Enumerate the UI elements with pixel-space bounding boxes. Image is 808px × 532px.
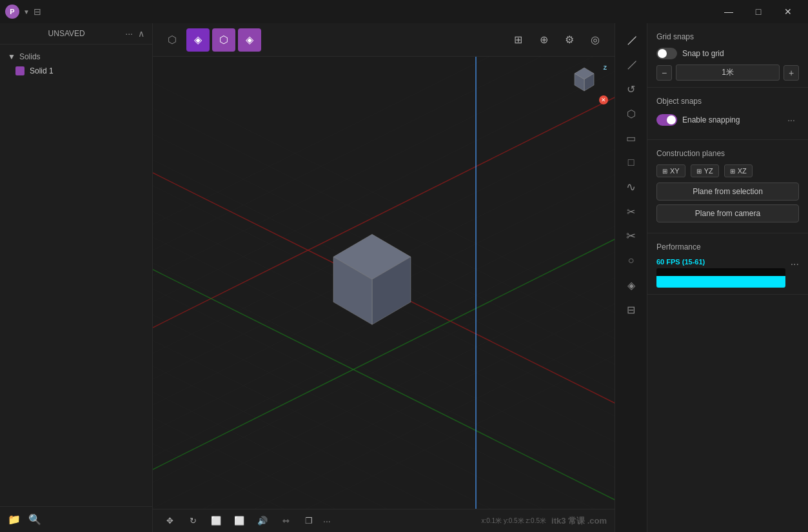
measure-btn[interactable]: ⇿ — [277, 512, 295, 530]
left-panel-header: UNSAVED ··· ∧ — [0, 23, 152, 44]
transform-tool-btn[interactable]: ◈ — [238, 28, 261, 52]
pan-tool-btn[interactable]: ✥ — [161, 512, 179, 530]
push-tool-btn[interactable]: □ — [620, 151, 643, 174]
bottom-bar: ✥ ↻ ⬜ ⬜ 🔊 ⇿ ❐ ··· x:0.1米 y:0.5米 z:0.5米 i… — [153, 509, 615, 532]
grid-decrement-btn[interactable]: − — [656, 65, 672, 81]
view-cube[interactable]: Z ✕ — [568, 64, 607, 103]
cp-yz-icon: ⊞ — [696, 168, 702, 175]
performance-section: Performance 60 FPS (15-61) ··· — [647, 233, 808, 295]
modify-tool-btn[interactable]: ⬡ — [212, 28, 235, 52]
left-panel: UNSAVED ··· ∧ ▼ Solids Solid 1 📁 🔍 — [0, 23, 153, 532]
copy-btn[interactable]: ❐ — [300, 512, 318, 530]
enable-snapping-label: Enable snapping — [682, 115, 740, 124]
folder-icon[interactable]: 📁 — [8, 513, 21, 526]
hex-tool-btn[interactable]: ⬡ — [620, 102, 643, 125]
bottom-more-btn[interactable]: ··· — [323, 516, 331, 526]
performance-title: Performance — [656, 242, 799, 251]
cp-yz-label: YZ — [704, 167, 713, 175]
grid-snaps-title: Grid snaps — [656, 32, 799, 41]
move-btn[interactable]: ⬜ — [230, 512, 248, 530]
perf-graph-container: 60 FPS (15-61) — [656, 258, 785, 288]
grid-step-value: 1米 — [676, 64, 780, 81]
zoom-icon[interactable]: 🔍 — [28, 513, 41, 526]
object-snaps-section: Object snaps Enable snapping ··· — [647, 88, 808, 140]
perf-row: 60 FPS (15-61) ··· — [656, 258, 799, 288]
title-bar-controls: — □ ✕ — [714, 0, 803, 23]
collapse-solids-icon: ▼ — [8, 52, 15, 61]
audio-btn[interactable]: 🔊 — [253, 512, 271, 530]
spline-tool-btn[interactable]: ∿ — [620, 175, 643, 199]
z-axis-label: Z — [604, 64, 607, 71]
solids-header[interactable]: ▼ Solids — [0, 50, 152, 64]
snap-to-grid-toggle[interactable] — [656, 48, 677, 59]
shape-tool-btn[interactable]: ⬡ — [161, 28, 184, 52]
object-snaps-more-btn[interactable]: ··· — [783, 112, 799, 128]
layers-tool-btn[interactable]: ⊟ — [620, 298, 643, 321]
minimize-button[interactable]: — — [714, 0, 744, 23]
cube-3d — [314, 221, 430, 340]
unsaved-label: UNSAVED — [8, 29, 125, 38]
panel-header-actions: ··· ∧ — [125, 28, 144, 39]
title-bar-left: P ▼ ⊟ — [5, 5, 41, 19]
enable-snapping-toggle[interactable] — [656, 114, 677, 126]
solid-1-item[interactable]: Solid 1 — [0, 64, 152, 78]
close-view-cube-btn[interactable]: ✕ — [599, 95, 608, 104]
dropdown-arrow[interactable]: ▼ — [23, 8, 30, 15]
grid-snaps-section: Grid snaps Snap to grid − 1米 + — [647, 23, 808, 88]
fps-label: 60 FPS (15-61) — [656, 258, 785, 266]
snap-to-grid-row: Snap to grid — [656, 48, 799, 59]
object-snaps-title: Object snaps — [656, 97, 799, 106]
viewport-canvas[interactable]: Z ✕ — [153, 57, 615, 509]
top-toolbar: ⬡ ◈ ⬡ ◈ ⊞ ⊕ ⚙ ◎ — [153, 23, 615, 57]
viewport-container: ⬡ ◈ ⬡ ◈ ⊞ ⊕ ⚙ ◎ — [153, 23, 615, 532]
cut-tool-btn[interactable]: ✂ — [620, 200, 643, 223]
grid-toggle-btn[interactable]: ⊞ — [506, 28, 529, 52]
close-button[interactable]: ✕ — [773, 0, 803, 23]
perf-more-btn[interactable]: ··· — [791, 259, 799, 270]
perf-graph — [656, 268, 785, 288]
watermark-label: itk3 常课 .com — [551, 515, 607, 527]
grid-step-row: − 1米 + — [656, 64, 799, 81]
right-toolbar: — — ↺ ⬡ ▭ □ ∿ ✂ ✂ ○ ◈ ⊟ — [615, 23, 647, 532]
snap-toggle-btn[interactable]: ⊕ — [532, 28, 555, 52]
solids-label: Solids — [19, 52, 41, 61]
view-cube-svg — [568, 64, 600, 97]
circle-tool-btn[interactable]: ○ — [620, 249, 643, 272]
maximize-button[interactable]: □ — [744, 0, 773, 23]
panel-toggle[interactable]: ⊟ — [34, 6, 41, 17]
grid-increment-btn[interactable]: + — [783, 65, 799, 81]
construction-planes-section: Construction planes ⊞ XY ⊞ YZ ⊞ XZ P — [647, 140, 808, 233]
cp-xz-label: XZ — [738, 167, 747, 175]
sphere-tool-btn[interactable]: ◈ — [620, 273, 643, 297]
collapse-button[interactable]: ∧ — [138, 28, 144, 39]
solids-section: ▼ Solids Solid 1 — [0, 44, 152, 83]
settings-btn[interactable]: ⚙ — [558, 28, 581, 52]
cp-yz-btn[interactable]: ⊞ YZ — [691, 164, 719, 177]
cp-xy-btn[interactable]: ⊞ XY — [656, 164, 685, 177]
more-button[interactable]: ··· — [125, 28, 133, 39]
select-rect-btn[interactable]: ⬜ — [207, 512, 225, 530]
viewport-and-right: ⬡ ◈ ⬡ ◈ ⊞ ⊕ ⚙ ◎ — [153, 23, 808, 532]
rotate-tool-btn[interactable]: ↺ — [620, 77, 643, 101]
create-tool-btn[interactable]: ◈ — [186, 28, 210, 52]
plane-from-selection-btn[interactable]: Plane from selection — [656, 182, 799, 201]
cp-xz-btn[interactable]: ⊞ XZ — [724, 164, 753, 177]
construction-planes-title: Construction planes — [656, 149, 799, 158]
left-panel-footer: 📁 🔍 — [0, 506, 152, 532]
arc-tool-btn[interactable]: — — [615, 48, 647, 81]
app-icon: P — [5, 5, 19, 19]
redo-btn[interactable]: ↻ — [184, 512, 202, 530]
help-btn[interactable]: ◎ — [584, 28, 607, 52]
title-bar: P ▼ ⊟ — □ ✕ — [0, 0, 808, 23]
enable-snapping-text: Enable snapping — [682, 115, 740, 124]
trim-tool-btn[interactable]: ✂ — [620, 224, 643, 248]
cp-axis-row: ⊞ XY ⊞ YZ ⊞ XZ — [656, 164, 799, 177]
plane-from-camera-btn[interactable]: Plane from camera — [656, 204, 799, 222]
perf-bar — [656, 276, 785, 288]
coords-label: x:0.1米 y:0.5米 z:0.5米 — [481, 517, 546, 526]
snap-to-grid-label: Snap to grid — [682, 49, 724, 58]
cp-xz-icon: ⊞ — [730, 168, 735, 175]
enable-snapping-row: Enable snapping ··· — [656, 112, 799, 128]
main-container: UNSAVED ··· ∧ ▼ Solids Solid 1 📁 🔍 — [0, 23, 808, 532]
rect-tool-btn[interactable]: ▭ — [620, 126, 643, 150]
